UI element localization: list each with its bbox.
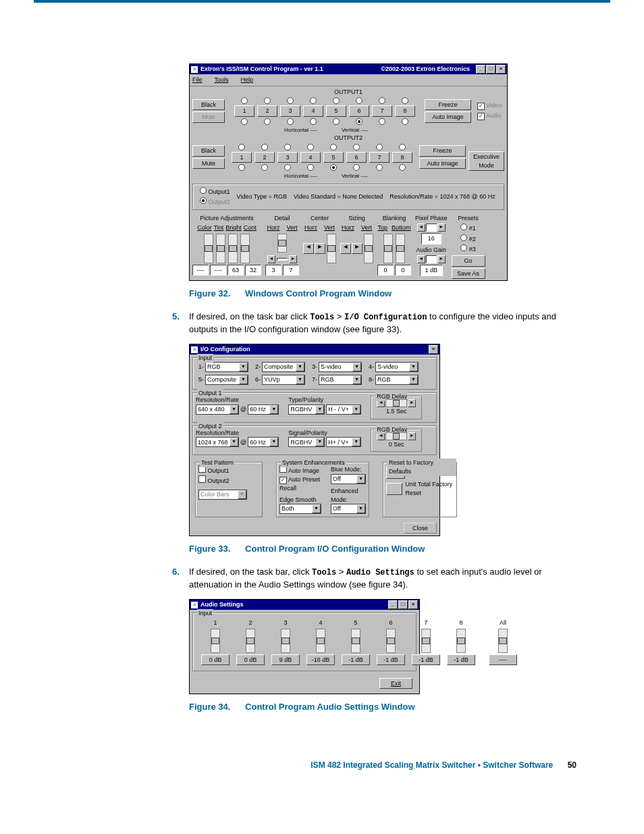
out2-in8-bot-radio[interactable] bbox=[399, 164, 406, 171]
output1-black-button[interactable]: Black bbox=[192, 99, 225, 111]
aud-val-2[interactable]: 0 dB bbox=[236, 654, 265, 666]
in3-select[interactable]: S-video▼ bbox=[319, 362, 362, 372]
out2-in7-button[interactable]: 7 bbox=[369, 152, 390, 163]
output2-black-button[interactable]: Black bbox=[192, 145, 225, 157]
sizing-left-button[interactable]: ◄ bbox=[340, 243, 351, 254]
auto-preset-check[interactable]: ✓ Auto Preset Recall bbox=[279, 475, 321, 493]
out1-delay-inc[interactable]: ► bbox=[408, 399, 416, 407]
maximize-button[interactable]: □ bbox=[486, 65, 495, 74]
aud-slider-all[interactable] bbox=[498, 629, 508, 653]
out2-in7-top-radio[interactable] bbox=[376, 144, 383, 151]
detail-right-button[interactable]: ► bbox=[289, 255, 297, 263]
io-close-button-bottom[interactable]: Close bbox=[404, 523, 437, 533]
executive-mode-button[interactable]: Executive Mode bbox=[468, 151, 504, 171]
audio-exit-button[interactable]: Exit bbox=[379, 678, 412, 689]
audio-checkbox[interactable]: ✓ bbox=[477, 113, 485, 120]
output2-mute-button[interactable]: Mute bbox=[192, 158, 225, 170]
out1-in4-button[interactable]: 4 bbox=[303, 105, 323, 117]
aud-val-7[interactable]: -1 dB bbox=[412, 654, 440, 666]
aud-val-5[interactable]: -1 dB bbox=[342, 654, 370, 666]
out2-in1-bot-radio[interactable] bbox=[238, 164, 245, 171]
out1-in1-button[interactable]: 1 bbox=[234, 105, 254, 117]
out2-in1-button[interactable]: 1 bbox=[232, 152, 252, 163]
minimize-button[interactable]: _ bbox=[476, 65, 485, 74]
in7-select[interactable]: RGB▼ bbox=[319, 375, 362, 385]
aud-slider-1[interactable] bbox=[211, 629, 220, 653]
sizing-vert-slider[interactable] bbox=[364, 234, 373, 263]
preset-go-button[interactable]: Go bbox=[452, 255, 485, 267]
audio-minimize-button[interactable]: _ bbox=[388, 600, 398, 609]
audio-close-button[interactable]: × bbox=[408, 600, 418, 609]
video-checkbox[interactable]: ✓ bbox=[477, 103, 485, 110]
menu-file[interactable]: File bbox=[192, 76, 203, 84]
out1-in1-bot-radio[interactable] bbox=[241, 118, 248, 125]
out2-in7-bot-radio[interactable] bbox=[376, 164, 383, 171]
out2-pol-select[interactable]: H+ / V+ ▼ bbox=[326, 437, 361, 447]
aud-slider-2[interactable] bbox=[246, 629, 255, 653]
out1-in8-button[interactable]: 8 bbox=[395, 105, 415, 117]
output-select-1[interactable]: Output1 bbox=[200, 187, 230, 197]
again-inc-button[interactable]: ► bbox=[437, 255, 446, 263]
preset1-radio[interactable]: #1 bbox=[460, 224, 476, 233]
output-select-2[interactable]: Output2 bbox=[200, 197, 230, 207]
audio-maximize-button[interactable]: □ bbox=[398, 600, 408, 609]
enhanced-mode-select[interactable]: Off▼ bbox=[331, 504, 366, 514]
out1-in7-top-radio[interactable] bbox=[379, 97, 385, 104]
aud-slider-7[interactable] bbox=[421, 629, 431, 653]
cont-slider[interactable] bbox=[240, 234, 250, 263]
out2-res-select[interactable]: 1024 x 768▼ bbox=[196, 437, 239, 447]
out2-in4-bot-radio[interactable] bbox=[307, 164, 314, 171]
out2-in3-button[interactable]: 3 bbox=[277, 152, 298, 163]
preset3-radio[interactable]: #3 bbox=[460, 244, 476, 254]
aud-slider-3[interactable] bbox=[281, 629, 290, 653]
out2-in6-button[interactable]: 6 bbox=[346, 152, 367, 163]
in2-select[interactable]: Composite▼ bbox=[262, 362, 305, 372]
out1-in2-top-radio[interactable] bbox=[264, 97, 271, 104]
color-slider[interactable] bbox=[204, 234, 213, 263]
aud-val-1[interactable]: 0 dB bbox=[201, 654, 230, 666]
bright-slider[interactable] bbox=[228, 234, 238, 263]
out1-in1-top-radio[interactable] bbox=[241, 97, 248, 104]
out2-in4-top-radio[interactable] bbox=[307, 144, 314, 151]
io-close-button[interactable]: × bbox=[429, 345, 438, 354]
in5-select[interactable]: Composite▼ bbox=[205, 375, 248, 385]
in8-select[interactable]: RGB▼ bbox=[375, 375, 419, 385]
out1-delay-slider[interactable] bbox=[385, 399, 407, 407]
out1-in4-top-radio[interactable] bbox=[310, 97, 317, 104]
out2-in5-button[interactable]: 5 bbox=[323, 152, 344, 163]
again-dec-button[interactable]: ◄ bbox=[417, 255, 425, 263]
out2-in3-top-radio[interactable] bbox=[284, 144, 291, 151]
out1-in2-button[interactable]: 2 bbox=[257, 105, 277, 117]
aud-val-6[interactable]: -1 dB bbox=[377, 654, 405, 666]
out2-in4-button[interactable]: 4 bbox=[300, 152, 321, 163]
aud-val-4[interactable]: -16 dB bbox=[306, 654, 335, 666]
output1-autoimage-button[interactable]: Auto Image bbox=[425, 111, 471, 123]
test-pattern-select[interactable]: Color Bars▼ bbox=[198, 490, 247, 500]
out1-res-select[interactable]: 640 x 480▼ bbox=[196, 405, 239, 415]
preset-saveas-button[interactable]: Save As bbox=[452, 268, 485, 280]
out1-type-select[interactable]: RGBHV▼ bbox=[288, 405, 325, 415]
unit-total-reset-button[interactable] bbox=[386, 483, 402, 495]
out2-in3-bot-radio[interactable] bbox=[284, 164, 291, 171]
in4-select[interactable]: S-video▼ bbox=[375, 362, 419, 372]
out1-in4-bot-radio[interactable] bbox=[310, 118, 317, 125]
menu-help[interactable]: Help bbox=[241, 76, 254, 84]
out1-in8-bot-radio[interactable] bbox=[402, 118, 408, 125]
out1-pol-select[interactable]: H - / V+ ▼ bbox=[326, 405, 361, 415]
in6-select[interactable]: YUVp▼ bbox=[262, 375, 305, 385]
out2-type-select[interactable]: RGBHV▼ bbox=[288, 437, 325, 447]
output2-freeze-button[interactable]: Freeze bbox=[419, 145, 466, 157]
in1-select[interactable]: RGB▼ bbox=[205, 362, 248, 372]
output1-mute-button[interactable]: Mute bbox=[192, 111, 225, 123]
test-out2-check[interactable]: Output2 bbox=[198, 475, 259, 486]
aud-slider-5[interactable] bbox=[351, 629, 360, 653]
aud-slider-8[interactable] bbox=[456, 629, 466, 653]
blank-top-slider[interactable] bbox=[383, 234, 393, 263]
out1-in5-button[interactable]: 5 bbox=[326, 105, 346, 117]
out2-in5-top-radio[interactable] bbox=[330, 144, 337, 151]
out2-in1-top-radio[interactable] bbox=[238, 144, 245, 151]
center-right-button[interactable]: ► bbox=[315, 243, 325, 254]
aud-slider-6[interactable] bbox=[386, 629, 396, 653]
out2-delay-slider[interactable] bbox=[385, 432, 407, 440]
preset2-radio[interactable]: #2 bbox=[460, 234, 476, 244]
